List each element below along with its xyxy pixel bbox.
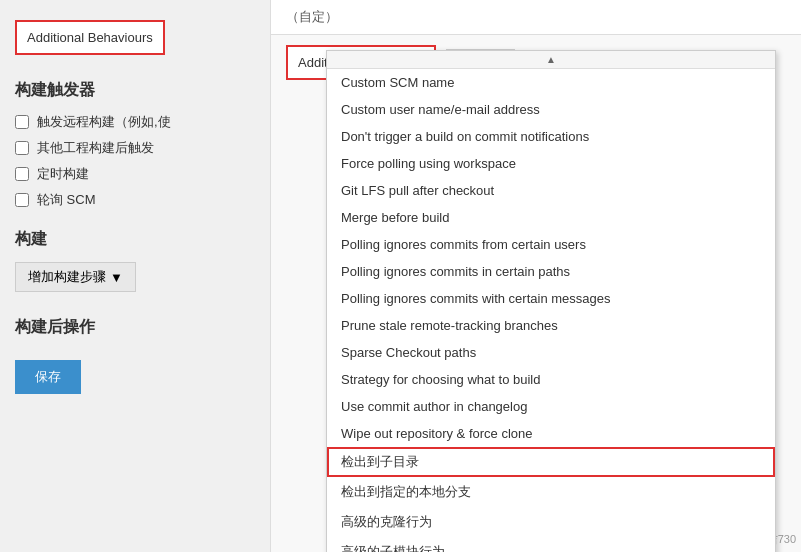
- checkbox-label-2: 其他工程构建后触发: [37, 139, 154, 157]
- checkbox-item-4[interactable]: 轮询 SCM: [15, 191, 255, 209]
- dropdown-item-8[interactable]: Polling ignores commits with certain mes…: [327, 285, 775, 312]
- checkbox-label-3: 定时构建: [37, 165, 89, 183]
- dropdown-item-16[interactable]: 高级的克隆行为: [327, 507, 775, 537]
- dropdown-item-17[interactable]: 高级的子模块行为: [327, 537, 775, 552]
- checkbox-other-build[interactable]: [15, 141, 29, 155]
- dropdown-item-14-highlighted[interactable]: 检出到子目录: [327, 447, 775, 477]
- build-trigger-title: 构建触发器: [15, 80, 255, 101]
- build-title: 构建: [15, 229, 255, 250]
- dropdown-item-13[interactable]: Wipe out repository & force clone: [327, 420, 775, 447]
- additional-behaviours-label: Additional Behaviours: [15, 20, 165, 55]
- dropdown-item-1[interactable]: Custom user name/e-mail address: [327, 96, 775, 123]
- save-button[interactable]: 保存: [15, 360, 81, 394]
- dropdown-item-5[interactable]: Merge before build: [327, 204, 775, 231]
- dropdown-item-6[interactable]: Polling ignores commits from certain use…: [327, 231, 775, 258]
- dropdown-item-10[interactable]: Sparse Checkout paths: [327, 339, 775, 366]
- dropdown-menu: ▲ Custom SCM name Custom user name/e-mai…: [326, 50, 776, 552]
- checkbox-item-1[interactable]: 触发远程构建（例如,使: [15, 113, 255, 131]
- right-top-text: （自定）: [271, 0, 801, 35]
- checkbox-remote-build[interactable]: [15, 115, 29, 129]
- checkbox-timer-build[interactable]: [15, 167, 29, 181]
- dropdown-item-2[interactable]: Don't trigger a build on commit notifica…: [327, 123, 775, 150]
- dropdown-item-9[interactable]: Prune stale remote-tracking branches: [327, 312, 775, 339]
- add-build-step-arrow: ▼: [110, 270, 123, 285]
- checkbox-item-3[interactable]: 定时构建: [15, 165, 255, 183]
- checkbox-item-2[interactable]: 其他工程构建后触发: [15, 139, 255, 157]
- dropdown-item-15[interactable]: 检出到指定的本地分支: [327, 477, 775, 507]
- build-section: 构建 增加构建步骤 ▼: [15, 229, 255, 297]
- build-trigger-section: 构建触发器 触发远程构建（例如,使 其他工程构建后触发 定时构建 轮询 SCM: [15, 80, 255, 209]
- post-build-title: 构建后操作: [15, 317, 255, 338]
- dropdown-item-0[interactable]: Custom SCM name: [327, 69, 775, 96]
- dropdown-item-7[interactable]: Polling ignores commits in certain paths: [327, 258, 775, 285]
- checkbox-label-1: 触发远程构建（例如,使: [37, 113, 171, 131]
- left-panel: Additional Behaviours 构建触发器 触发远程构建（例如,使 …: [0, 0, 270, 552]
- dropdown-item-11[interactable]: Strategy for choosing what to build: [327, 366, 775, 393]
- checkbox-label-4: 轮询 SCM: [37, 191, 96, 209]
- dropdown-item-4[interactable]: Git LFS pull after checkout: [327, 177, 775, 204]
- save-label: 保存: [35, 369, 61, 384]
- add-build-step-button[interactable]: 增加构建步骤 ▼: [15, 262, 136, 292]
- right-panel: （自定） Additional Behaviours 新增 ▼ ▲ Custom…: [270, 0, 801, 552]
- post-build-section: 构建后操作 保存: [15, 317, 255, 394]
- checkbox-scm[interactable]: [15, 193, 29, 207]
- dropdown-arrow-up: ▲: [327, 51, 775, 69]
- dropdown-item-3[interactable]: Force polling using workspace: [327, 150, 775, 177]
- add-build-step-label: 增加构建步骤: [28, 268, 106, 286]
- page-container: Additional Behaviours 构建触发器 触发远程构建（例如,使 …: [0, 0, 801, 552]
- dropdown-item-12[interactable]: Use commit author in changelog: [327, 393, 775, 420]
